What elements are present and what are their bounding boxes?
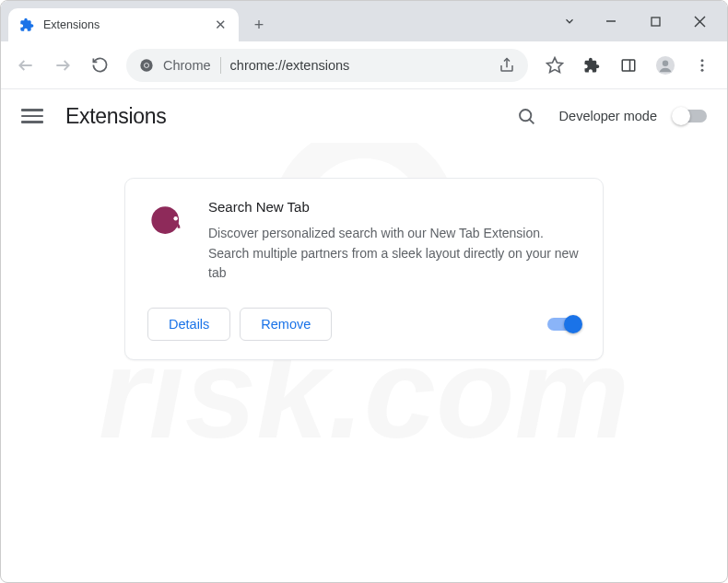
tab-search-icon[interactable]	[552, 6, 587, 36]
svg-marker-10	[547, 57, 563, 72]
svg-point-18	[520, 110, 531, 121]
chrome-icon	[139, 58, 154, 73]
extension-card: Search New Tab Discover personalized sea…	[124, 178, 604, 360]
svg-point-14	[663, 60, 668, 65]
extension-enabled-toggle[interactable]	[547, 318, 581, 331]
window-titlebar: Extensions ✕ +	[1, 1, 727, 41]
extension-name: Search New Tab	[208, 199, 581, 215]
extensions-header: Extensions Developer mode	[1, 89, 727, 143]
new-tab-button[interactable]: +	[246, 12, 272, 38]
share-icon[interactable]	[499, 57, 515, 74]
extension-description: Discover personalized search with our Ne…	[208, 224, 581, 284]
omnibox-divider	[220, 57, 221, 74]
browser-tab[interactable]: Extensions ✕	[8, 8, 239, 41]
extension-logo-icon	[147, 201, 186, 239]
svg-rect-11	[622, 60, 635, 71]
forward-button[interactable]	[47, 50, 78, 81]
menu-icon[interactable]	[687, 50, 718, 81]
back-button[interactable]	[10, 50, 41, 81]
maximize-button[interactable]	[635, 6, 675, 36]
extensions-icon[interactable]	[576, 50, 607, 81]
svg-point-16	[701, 64, 704, 66]
svg-point-17	[701, 68, 704, 71]
page-title: Extensions	[65, 104, 167, 129]
address-bar[interactable]: Chrome chrome://extensions	[126, 49, 528, 82]
svg-point-21	[173, 216, 177, 220]
tab-title: Extensions	[43, 18, 204, 31]
details-button[interactable]: Details	[147, 308, 230, 341]
hamburger-menu-icon[interactable]	[21, 105, 43, 127]
minimize-button[interactable]	[591, 6, 631, 36]
bookmark-icon[interactable]	[539, 50, 570, 81]
svg-rect-1	[652, 17, 660, 26]
omnibox-url: chrome://extensions	[230, 58, 489, 73]
developer-mode-toggle[interactable]	[674, 110, 707, 122]
svg-line-19	[530, 119, 534, 123]
remove-button[interactable]: Remove	[240, 308, 332, 341]
profile-icon[interactable]	[650, 50, 681, 81]
extension-favicon-icon	[19, 17, 34, 32]
close-tab-icon[interactable]: ✕	[213, 17, 228, 32]
extensions-content: Search New Tab Discover personalized sea…	[1, 143, 727, 360]
close-window-button[interactable]	[679, 6, 720, 36]
sidepanel-icon[interactable]	[613, 50, 644, 81]
svg-point-15	[701, 59, 704, 62]
reload-button[interactable]	[84, 50, 115, 81]
svg-point-8	[145, 64, 148, 67]
window-controls	[552, 1, 727, 41]
browser-toolbar: Chrome chrome://extensions	[1, 41, 727, 89]
developer-mode-label: Developer mode	[559, 109, 657, 123]
search-extensions-icon[interactable]	[511, 100, 543, 132]
omnibox-prefix: Chrome	[163, 58, 211, 73]
